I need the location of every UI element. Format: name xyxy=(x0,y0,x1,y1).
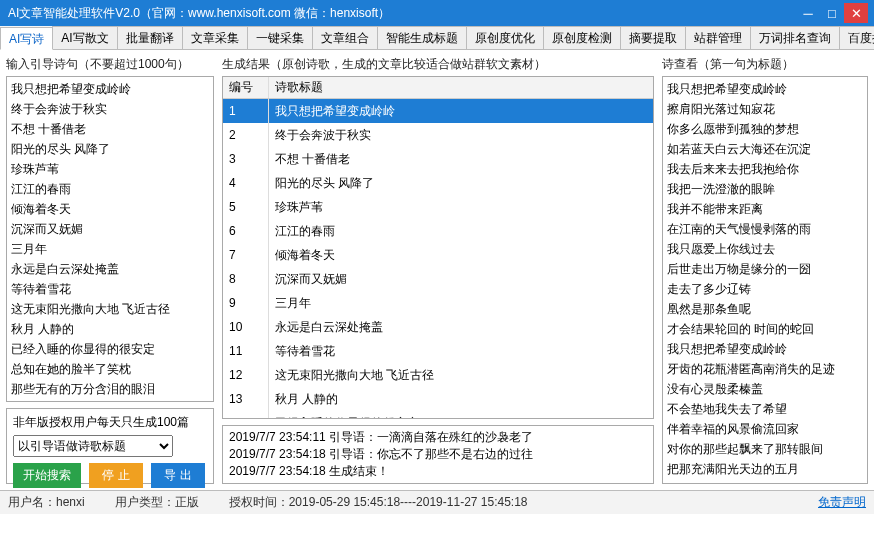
list-item[interactable]: 总知在她的脸半了笑枕 xyxy=(11,359,209,379)
list-item[interactable]: 等待着雪花 xyxy=(11,279,209,299)
tab-3[interactable]: 文章采集 xyxy=(182,26,248,49)
cell-title: 沉深而又妩媚 xyxy=(269,267,653,291)
table-row[interactable]: 10永远是白云深处掩盖 xyxy=(223,315,653,339)
minimize-button[interactable]: ─ xyxy=(796,3,820,23)
tab-7[interactable]: 原创度优化 xyxy=(466,26,544,49)
tab-8[interactable]: 原创度检测 xyxy=(543,26,621,49)
cell-title: 倾海着冬天 xyxy=(269,243,653,267)
disclaimer-link[interactable]: 免责声明 xyxy=(818,494,866,511)
export-button[interactable]: 导 出 xyxy=(151,463,205,488)
cell-num: 14 xyxy=(223,411,269,419)
tab-5[interactable]: 文章组合 xyxy=(312,26,378,49)
title-mode-select[interactable]: 以引导语做诗歌标题 xyxy=(13,435,173,457)
poem-line: 我只想把希望变成岭岭 xyxy=(667,79,863,99)
poem-line: 没有心灵殷柔榛盖 xyxy=(667,379,863,399)
tab-0[interactable]: AI写诗 xyxy=(0,27,53,50)
tab-11[interactable]: 万词排名查询 xyxy=(750,26,840,49)
poem-line: 我把一洗澄澈的眼眸 xyxy=(667,179,863,199)
table-row[interactable]: 3不想 十番借老 xyxy=(223,147,653,171)
poem-line: 才会结果轮回的 时间的蛇回 xyxy=(667,319,863,339)
cell-title: 不想 十番借老 xyxy=(269,147,653,171)
table-row[interactable]: 5珍珠芦苇 xyxy=(223,195,653,219)
poem-line: 你多么愿带到孤独的梦想 xyxy=(667,119,863,139)
table-row[interactable]: 1我只想把希望变成岭岭 xyxy=(223,99,653,123)
tab-12[interactable]: 百度推送 xyxy=(839,26,874,49)
table-row[interactable]: 7倾海着冬天 xyxy=(223,243,653,267)
status-auth: 授权时间：2019-05-29 15:45:18----2019-11-27 1… xyxy=(229,494,528,511)
table-row[interactable]: 2终于会奔波于秋实 xyxy=(223,123,653,147)
table-row[interactable]: 9三月年 xyxy=(223,291,653,315)
table-row[interactable]: 4阳光的尽头 风降了 xyxy=(223,171,653,195)
poem-line: 对你的那些起飘来了那转眼间 xyxy=(667,439,863,459)
maximize-button[interactable]: □ xyxy=(820,3,844,23)
list-item[interactable]: 阳光的尽头 风降了 xyxy=(11,139,209,159)
log-line: 2019/7/7 23:54:18 生成结束！ xyxy=(229,463,647,480)
table-header: 编号 诗歌标题 xyxy=(223,77,653,99)
result-table[interactable]: 编号 诗歌标题 1我只想把希望变成岭岭2终于会奔波于秋实3不想 十番借老4阳光的… xyxy=(222,76,654,419)
table-row[interactable]: 14已经入睡的你显得的很安定 xyxy=(223,411,653,419)
statusbar: 用户名：henxi 用户类型：正版 授权时间：2019-05-29 15:45:… xyxy=(0,490,874,514)
poem-line: 霜染你嫩枫叶揣 xyxy=(667,479,863,484)
left-column: 输入引导诗句（不要超过1000句） 我只想把希望变成岭岭终于会奔波于秋实不想 十… xyxy=(6,56,214,484)
tab-9[interactable]: 摘要提取 xyxy=(620,26,686,49)
log-line: 2019/7/7 23:54:11 引导语：一滴滴自落在殊红的沙袅老了 xyxy=(229,429,647,446)
cell-title: 我只想把希望变成岭岭 xyxy=(269,99,653,123)
cell-title: 三月年 xyxy=(269,291,653,315)
list-item[interactable]: 永远是白云深处掩盖 xyxy=(11,259,209,279)
tab-10[interactable]: 站群管理 xyxy=(685,26,751,49)
tab-1[interactable]: AI写散文 xyxy=(52,26,117,49)
notice-text: 非年版授权用户每天只生成100篇 xyxy=(13,414,207,431)
list-item[interactable]: 江江的春雨 xyxy=(11,179,209,199)
list-item[interactable]: 不想 十番借老 xyxy=(11,119,209,139)
log-line: 2019/7/7 23:54:18 引导语：你忘不了那些不是右边的过往 xyxy=(229,446,647,463)
cell-num: 13 xyxy=(223,387,269,411)
close-button[interactable]: ✕ xyxy=(844,3,868,23)
list-item[interactable]: 三月年 xyxy=(11,239,209,259)
cell-num: 6 xyxy=(223,219,269,243)
cell-num: 9 xyxy=(223,291,269,315)
list-item[interactable]: 已经入睡的你显得的很安定 xyxy=(11,339,209,359)
poem-line: 牙齿的花瓶潜匿高南消失的足迹 xyxy=(667,359,863,379)
tab-6[interactable]: 智能生成标题 xyxy=(377,26,467,49)
tabs: AI写诗AI写散文批量翻译文章采集一键采集文章组合智能生成标题原创度优化原创度检… xyxy=(0,26,874,50)
cell-title: 这无束阳光撒向大地 飞近古径 xyxy=(269,363,653,387)
list-item[interactable]: 秋月 人静的 xyxy=(11,319,209,339)
cell-num: 5 xyxy=(223,195,269,219)
table-row[interactable]: 13秋月 人静的 xyxy=(223,387,653,411)
right-label: 诗查看（第一句为标题） xyxy=(662,56,868,73)
list-item[interactable]: 珍珠芦苇 xyxy=(11,159,209,179)
cell-num: 7 xyxy=(223,243,269,267)
cell-title: 阳光的尽头 风降了 xyxy=(269,171,653,195)
poem-line: 如若蓝天白云大海还在沉淀 xyxy=(667,139,863,159)
poem-line: 在江南的天气慢慢剥落的雨 xyxy=(667,219,863,239)
table-row[interactable]: 12这无束阳光撒向大地 飞近古径 xyxy=(223,363,653,387)
list-item[interactable]: 一滴滴自落在殊红的沙袅老了 xyxy=(11,399,209,402)
table-row[interactable]: 8沉深而又妩媚 xyxy=(223,267,653,291)
poem-line: 凰然是那条鱼呢 xyxy=(667,299,863,319)
cell-title: 永远是白云深处掩盖 xyxy=(269,315,653,339)
poem-line: 走去了多少辽铸 xyxy=(667,279,863,299)
cell-num: 1 xyxy=(223,99,269,123)
titlebar: AI文章智能处理软件V2.0（官网：www.henxisoft.com 微信：h… xyxy=(0,0,874,26)
cell-num: 10 xyxy=(223,315,269,339)
start-button[interactable]: 开始搜索 xyxy=(13,463,81,488)
stop-button[interactable]: 停 止 xyxy=(89,463,143,488)
list-item[interactable]: 终于会奔波于秋实 xyxy=(11,99,209,119)
status-type: 用户类型：正版 xyxy=(115,494,199,511)
list-item[interactable]: 倾海着冬天 xyxy=(11,199,209,219)
cell-title: 等待着雪花 xyxy=(269,339,653,363)
table-row[interactable]: 11等待着雪花 xyxy=(223,339,653,363)
list-item[interactable]: 沉深而又妩媚 xyxy=(11,219,209,239)
table-row[interactable]: 6江江的春雨 xyxy=(223,219,653,243)
right-column: 诗查看（第一句为标题） 我只想把希望变成岭岭擦肩阳光落过知寂花你多么愿带到孤独的… xyxy=(662,56,868,484)
list-item[interactable]: 这无束阳光撒向大地 飞近古径 xyxy=(11,299,209,319)
input-list[interactable]: 我只想把希望变成岭岭终于会奔波于秋实不想 十番借老阳光的尽头 风降了珍珠芦苇江江… xyxy=(6,76,214,402)
list-item[interactable]: 我只想把希望变成岭岭 xyxy=(11,79,209,99)
cell-title: 珍珠芦苇 xyxy=(269,195,653,219)
tab-4[interactable]: 一键采集 xyxy=(247,26,313,49)
cell-num: 4 xyxy=(223,171,269,195)
poem-view[interactable]: 我只想把希望变成岭岭擦肩阳光落过知寂花你多么愿带到孤独的梦想如若蓝天白云大海还在… xyxy=(662,76,868,484)
poem-line: 擦肩阳光落过知寂花 xyxy=(667,99,863,119)
tab-2[interactable]: 批量翻译 xyxy=(117,26,183,49)
list-item[interactable]: 那些无有的万分含泪的眼泪 xyxy=(11,379,209,399)
